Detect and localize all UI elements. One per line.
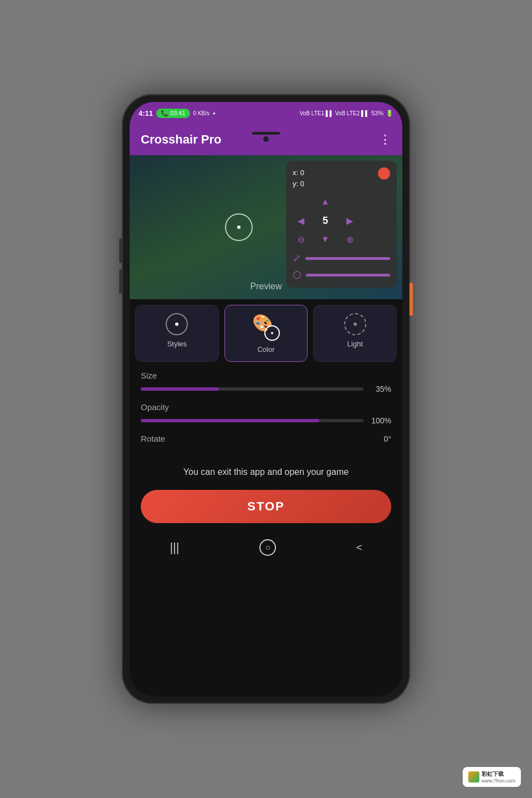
camera [263,136,269,142]
status-right: VoB LTE1 ▌▌ VoB LTE2 ▌▌ 53% 🔋 [300,110,393,117]
record-indicator [378,167,390,180]
vol-up-button[interactable] [119,238,122,263]
direction-arrows: ▲ ◀ 5 ▶ ⊖ ▼ ⊕ [293,193,390,248]
power-button[interactable] [410,283,413,316]
battery-icon: 🔋 [386,110,393,117]
nav-menu-icon[interactable]: ||| [170,540,179,555]
camera-area [252,132,280,142]
size-label: Size [141,371,391,380]
status-bar: 4:11 📞 03:41 0 KB/s ● VoB LTE1 ▌▌ VoB LT… [130,102,402,124]
more-menu-icon[interactable]: ⋮ [379,132,391,147]
crosshair-center-dot [237,226,241,229]
opacity-slider-row: 100% [141,416,391,425]
resize-slider[interactable] [305,257,390,260]
nav-bar: ||| ○ < [130,532,402,563]
watermark-text1: 彩虹下载 [482,770,515,778]
arrow-up[interactable]: ▲ [317,193,334,210]
crosshair-preview [225,213,253,241]
speaker [252,132,280,135]
color-icon-wrapper: 🎨 [252,313,280,341]
mini-crosshair-icon [264,325,280,341]
phone-screen: 4:11 📞 03:41 0 KB/s ● VoB LTE1 ▌▌ VoB LT… [130,102,402,696]
call-badge: 📞 03:41 [156,109,190,118]
preview-label: Preview [250,282,282,291]
watermark-text2: www.7hon.com [482,778,515,784]
tab-light-label: Light [347,340,363,348]
call-icon: 📞 [161,110,168,117]
center-value: 5 [323,215,328,227]
size-slider-track[interactable] [141,387,364,391]
tab-color-label: Color [257,345,274,354]
y-coord: y: 0 [293,178,304,190]
status-time: 4:11 [139,109,153,117]
crosshair-circle [225,213,253,241]
arrow-left[interactable]: ◀ [293,212,309,229]
minus-button[interactable]: ⊖ [293,231,309,248]
exit-notice: You can exit this app and open your game [130,454,402,490]
tab-color[interactable]: 🎨 Color [224,305,308,362]
arrow-down[interactable]: ▼ [317,231,334,248]
app-title: Crosshair Pro [141,132,222,147]
rotate-label: Rotate [141,434,165,443]
stop-button-area: STOP [130,490,402,532]
tab-styles[interactable]: Styles [135,305,219,362]
x-coord: x: 0 [293,167,304,178]
resize-slider-row: ⤢ [293,252,390,264]
mini-crosshair-dot [271,332,273,334]
size-value: 35% [369,385,391,393]
signal-icons: VoB LTE1 ▌▌ VoB LTE2 ▌▌ [300,110,369,116]
cp-coords: x: 0 y: 0 [293,167,304,189]
light-icon-dot [354,323,357,326]
plus-button[interactable]: ⊕ [341,231,358,248]
opacity-label: Opacity [141,402,391,412]
exit-notice-text: You can exit this app and open your game [183,467,349,477]
dot-indicator: ● [213,111,216,116]
battery: 53% [371,110,383,116]
styles-icon-dot [175,323,178,326]
sliders-section: Size 35% Opacity 100% Rotate 0° [130,362,402,454]
nav-back-icon[interactable]: < [356,542,362,554]
phone-outer: 4:11 📞 03:41 0 KB/s ● VoB LTE1 ▌▌ VoB LT… [122,94,410,704]
light-icon [344,313,366,335]
opacity-value: 100% [369,416,391,425]
tab-styles-label: Styles [167,340,187,348]
preview-area: x: 0 y: 0 ▲ ◀ 5 ▶ ⊖ ▼ [130,155,402,299]
opacity-slider[interactable] [306,274,390,277]
resize-icon: ⤢ [293,252,301,264]
control-panel: x: 0 y: 0 ▲ ◀ 5 ▶ ⊖ ▼ [286,161,397,288]
size-slider-row: 35% [141,385,391,393]
opacity-slider-row: ⬡ [293,269,390,281]
call-duration: 03:41 [170,110,186,116]
stop-button[interactable]: STOP [141,490,391,523]
cp-header: x: 0 y: 0 [293,167,390,189]
tab-light[interactable]: Light [313,305,397,362]
arrow-right[interactable]: ▶ [341,212,358,229]
vol-down-button[interactable] [119,269,122,294]
nav-home-icon[interactable]: ○ [259,539,276,556]
size-slider-fill [141,387,219,391]
opacity-slider-track[interactable] [141,419,364,422]
styles-icon [166,313,188,335]
rotate-value: 0° [384,434,391,443]
opacity-slider-fill [141,419,319,422]
data-usage: 0 KB/s [193,110,209,116]
tabs-row: Styles 🎨 Color Light [130,299,402,362]
rotate-row: Rotate 0° [141,434,391,443]
opacity-icon: ⬡ [293,269,301,281]
status-left: 4:11 📞 03:41 0 KB/s ● [139,109,216,118]
watermark: 彩虹下载 www.7hon.com [463,767,521,787]
